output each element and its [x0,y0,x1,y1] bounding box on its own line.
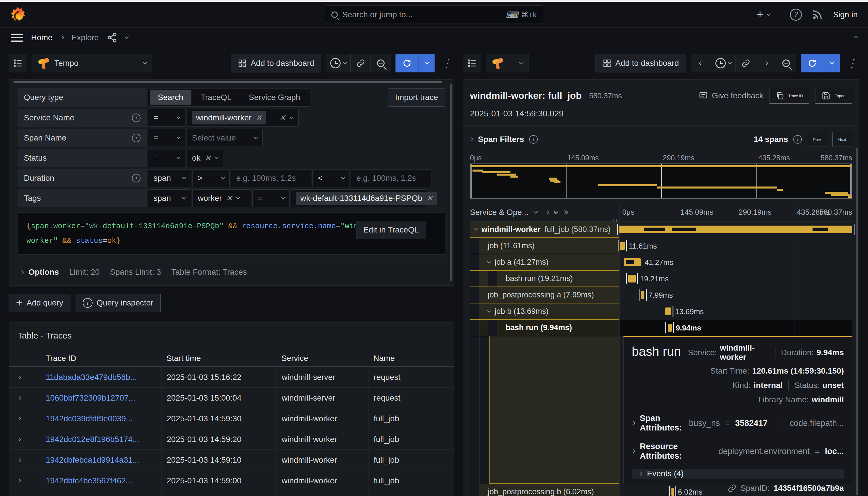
trace-id-link[interactable]: 1942dbfc4be3567f462... [46,476,133,485]
duration-lt-select[interactable]: < [312,169,350,187]
span-bar[interactable] [620,242,624,250]
service-name-chip[interactable]: windmill-worker [192,111,266,124]
column-header-select[interactable]: Service & Ope... [470,208,529,217]
search-box[interactable]: ⌘+k [325,5,543,24]
table-row[interactable]: 11dabada33e479db56b... 2025-01-03 15:16:… [9,367,454,388]
info-icon[interactable] [793,135,802,144]
span-filters-label[interactable]: Span Filters [478,135,524,144]
trace-id-link[interactable]: 1060bbf732309b12707... [46,393,135,403]
expand-row-icon[interactable] [17,417,21,421]
kebab-menu-icon[interactable] [439,58,454,69]
trace-id-button[interactable]: Trace ID [769,88,810,104]
expand-row-icon[interactable] [17,479,21,483]
import-trace-button[interactable]: Import trace [388,88,445,107]
col-service[interactable]: Service [276,354,368,363]
content-outline-button[interactable] [463,54,481,73]
chevron-down-icon[interactable] [125,35,129,39]
sign-in-link[interactable]: Sign in [833,10,858,19]
span-attributes-section[interactable]: Span Attributes: busy_ns=3582417 code.fi… [632,414,844,433]
duration-max-input[interactable] [351,169,431,187]
collapse-chevron-up-icon[interactable] [854,36,858,40]
table-row[interactable]: 1942dbfebca1d9914a31... 2025-01-03 14:59… [9,450,454,470]
trace-id-link[interactable]: 1942dbfebca1d9914a31... [46,455,139,465]
info-icon[interactable] [132,134,141,142]
run-query-button[interactable] [396,54,435,73]
add-to-dashboard-button[interactable]: Add to dashboard [595,54,686,73]
shift-time-back-button[interactable] [691,54,711,72]
span-bar[interactable] [668,324,672,331]
expand-all-icon[interactable] [555,210,557,214]
service-name-operator-select[interactable]: = [148,109,185,127]
content-outline-button[interactable] [9,54,27,73]
share-icon[interactable] [107,32,117,43]
trace-scrollbar[interactable] [856,148,858,495]
vertical-scrollbar[interactable] [450,83,452,281]
time-picker-button[interactable] [711,54,735,72]
table-row[interactable]: 1942dbfc4be3567f462... 2025-01-03 14:59:… [9,470,454,491]
menu-toggle-icon[interactable] [11,34,23,42]
span-row-selected[interactable]: bash run (9.94ms) 9.94ms [470,320,852,336]
collapse-one-icon[interactable] [545,210,549,214]
expand-row-icon[interactable] [17,375,21,379]
span-row[interactable]: job b (13.69ms) 13.69ms [470,304,852,320]
tab-search[interactable]: Search [150,90,191,105]
time-picker-button[interactable] [326,54,350,72]
run-query-button[interactable] [801,54,840,73]
tags-operator-select[interactable]: = [252,189,290,207]
tags-scope-select[interactable]: span [148,189,191,207]
collapse-all-icon[interactable] [563,211,568,214]
shift-time-forward-button[interactable] [756,54,776,72]
trace-id-link[interactable]: 1942dc039dfdf9e0039... [46,414,133,423]
span-row[interactable]: windmill-workerfull_job (580.37ms) [470,221,852,238]
news-icon[interactable] [812,9,823,20]
minimap-drag-handle[interactable] [850,164,852,198]
expand-row-icon[interactable] [17,437,21,441]
duration-scope-select[interactable]: span [148,169,191,187]
give-feedback-link[interactable]: Give feedback [699,91,763,100]
zoom-out-button[interactable] [371,54,391,72]
sync-times-button[interactable] [350,54,371,72]
remove-icon[interactable] [426,195,433,202]
datasource-picker[interactable] [486,54,529,73]
prev-button[interactable]: Prev [807,132,827,147]
export-button[interactable]: Export [815,88,852,104]
col-name[interactable]: Name [368,354,445,363]
help-icon[interactable] [790,9,802,21]
sync-times-button[interactable] [735,54,756,72]
info-icon[interactable] [529,135,538,144]
options-toggle[interactable]: Options [20,267,59,277]
col-start-time[interactable]: Start time [161,354,276,363]
next-button[interactable]: Next [832,132,852,147]
trace-id-link[interactable]: 1942dc012e8f196b5174... [46,435,139,444]
span-row[interactable]: job_postprocessing a (7.99ms) 7.99ms [470,287,852,304]
table-row[interactable]: 1060bbf732309b12707... 2025-01-03 15:00:… [9,388,454,408]
resource-attributes-section[interactable]: Resource Attributes: deployment.environm… [632,442,844,461]
table-row[interactable]: 1942dc012e8f196b5174... 2025-01-03 14:59… [9,429,454,450]
span-bar[interactable] [624,258,641,266]
span-row[interactable]: job (11.61ms) 11.61ms [470,238,852,254]
tab-traceql[interactable]: TraceQL [192,90,240,105]
info-icon[interactable] [132,174,141,183]
chevron-down-icon[interactable] [487,260,491,264]
span-bar[interactable] [665,308,671,315]
chevron-down-icon[interactable] [474,227,478,231]
status-operator-select[interactable]: = [148,149,185,167]
duration-gt-select[interactable]: > [192,169,230,187]
col-trace-id[interactable]: Trace ID [41,354,161,363]
table-row[interactable]: 1942dc039dfdf9e0039... 2025-01-03 14:59:… [9,408,454,429]
info-icon[interactable] [132,113,141,122]
kebab-menu-icon[interactable] [844,58,859,69]
horizontal-scrollbar[interactable] [14,81,442,83]
table-row[interactable]: 1942dbf9d9fa6108d0d1... 2025-01-03 14:58… [9,491,454,496]
service-name-value-select[interactable]: windmill-worker [187,109,299,127]
span-name-value-select[interactable]: Select value [187,129,263,147]
remove-icon[interactable] [255,114,262,122]
add-to-dashboard-button[interactable]: Add to dashboard [231,54,321,73]
chevron-right-icon[interactable] [469,137,474,141]
expand-row-icon[interactable] [17,396,21,400]
tags-value-select[interactable]: wk-default-133114d6a91e-PSPQb [291,189,426,207]
remove-icon[interactable] [205,154,211,162]
edit-in-traceql-button[interactable]: Edit in TraceQL [356,221,426,239]
link-icon[interactable] [728,484,737,493]
zoom-out-button[interactable] [776,54,796,72]
